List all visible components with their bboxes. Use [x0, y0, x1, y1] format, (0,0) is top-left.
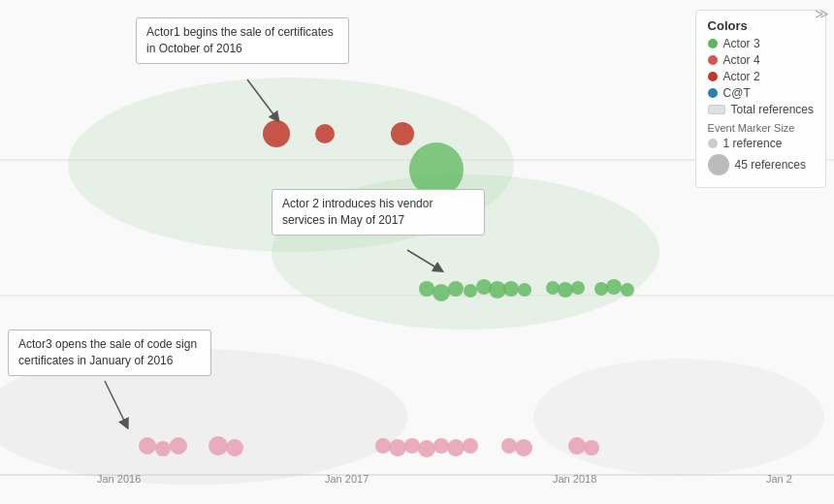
legend-total-references-row: Total references: [708, 103, 814, 116]
legend-marker-size-title: Event Marker Size: [708, 122, 814, 134]
cat-color-dot: [708, 88, 718, 98]
legend-fold-icon[interactable]: ≫: [815, 6, 829, 21]
legend-actor4-label: Actor 4: [723, 53, 760, 67]
axis-label-2016: Jan 2016: [97, 473, 141, 485]
legend-item-cat: C@T: [708, 86, 814, 100]
axis-label-jan2: Jan 2: [766, 473, 792, 485]
legend-actor2-label: Actor 2: [723, 70, 760, 83]
svg-point-18: [503, 281, 519, 297]
svg-point-28: [155, 441, 171, 457]
legend-marker-large-label: 45 references: [735, 158, 806, 172]
annotation-actor1-text: Actor1 begins the sale of certificates i…: [146, 25, 334, 55]
svg-point-40: [515, 439, 532, 457]
svg-point-37: [447, 439, 465, 457]
annotation-actor2: Actor 2 introduces his vendor services i…: [272, 189, 485, 236]
svg-point-25: [621, 283, 634, 297]
actor4-color-dot: [708, 55, 718, 65]
legend-title: Colors: [708, 18, 814, 33]
total-references-icon: [708, 105, 725, 114]
svg-point-24: [606, 279, 622, 295]
legend-box: Colors Actor 3 Actor 4 Actor 2 C@T Total…: [695, 10, 826, 188]
axis-label-2017: Jan 2017: [325, 473, 369, 485]
svg-point-38: [463, 438, 478, 454]
svg-point-13: [433, 284, 450, 301]
chart-container: Actor1 begins the sale of certificates i…: [0, 0, 834, 504]
legend-actor3-label: Actor 3: [723, 37, 760, 50]
svg-point-36: [433, 438, 449, 454]
actor2-color-dot: [708, 72, 718, 81]
legend-marker-small-row: 1 reference: [708, 137, 814, 150]
svg-point-12: [419, 281, 434, 297]
svg-point-22: [571, 281, 585, 295]
legend-item-actor3: Actor 3: [708, 37, 814, 50]
svg-point-21: [558, 282, 573, 298]
annotation-actor1: Actor1 begins the sale of certificates i…: [136, 17, 349, 64]
annotation-actor3-text: Actor3 opens the sale of code sign certi…: [18, 337, 197, 367]
svg-point-32: [375, 438, 391, 454]
marker-small-dot: [708, 139, 718, 148]
svg-point-42: [584, 440, 599, 456]
legend-cat-label: C@T: [723, 86, 751, 100]
legend-marker-small-label: 1 reference: [723, 137, 783, 150]
svg-point-20: [546, 281, 560, 295]
svg-point-23: [594, 282, 608, 296]
svg-point-30: [208, 436, 228, 456]
svg-point-8: [391, 122, 414, 145]
legend-item-actor4: Actor 4: [708, 53, 814, 67]
svg-point-7: [315, 124, 335, 143]
svg-point-3: [533, 359, 824, 475]
svg-point-6: [263, 120, 290, 147]
annotation-actor2-text: Actor 2 introduces his vendor services i…: [282, 197, 433, 227]
legend-total-references-label: Total references: [731, 103, 814, 116]
actor3-color-dot: [708, 39, 718, 48]
marker-large-dot: [708, 154, 729, 175]
svg-point-39: [501, 438, 517, 454]
axis-label-2018: Jan 2018: [553, 473, 596, 485]
annotation-actor3: Actor3 opens the sale of code sign certi…: [8, 330, 211, 376]
svg-point-34: [404, 438, 420, 454]
svg-point-19: [518, 283, 531, 297]
svg-point-41: [568, 437, 586, 455]
legend-marker-large-row: 45 references: [708, 154, 814, 175]
svg-point-33: [389, 439, 406, 457]
svg-point-14: [448, 281, 464, 297]
svg-point-29: [170, 437, 187, 455]
svg-point-27: [139, 437, 156, 455]
svg-point-31: [226, 439, 243, 457]
legend-item-actor2: Actor 2: [708, 70, 814, 83]
svg-point-15: [464, 284, 477, 298]
svg-point-35: [418, 440, 435, 457]
